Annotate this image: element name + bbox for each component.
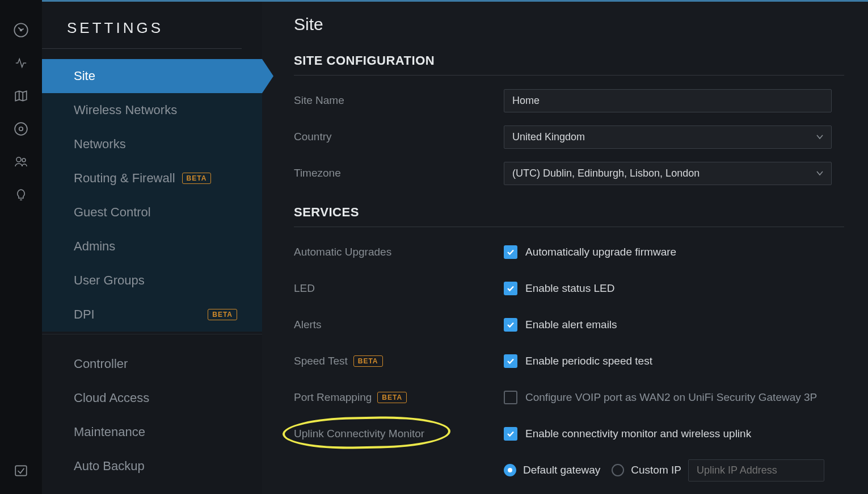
- sidebar-item-label: Cloud Access: [74, 391, 149, 405]
- sidebar-item-label: Networks: [74, 137, 126, 152]
- auto-upgrades-label: Automatically upgrade firmware: [525, 246, 676, 258]
- page-title: Site: [294, 15, 844, 34]
- sidebar-item-label: Wireless Networks: [74, 103, 177, 118]
- sidebar-item-wireless-networks[interactable]: Wireless Networks: [42, 93, 262, 127]
- sidebar-item-label: Admins: [74, 239, 115, 254]
- sidebar-item-cloud-access[interactable]: Cloud Access: [42, 381, 262, 415]
- sidebar-item-label: Maintenance: [74, 425, 145, 439]
- events-icon[interactable]: [12, 462, 30, 479]
- label-speed-test: Speed Test BETA: [294, 355, 504, 367]
- default-gateway-label: Default gateway: [523, 464, 600, 476]
- section-services: SERVICES Automatic Upgrades Automaticall…: [294, 205, 844, 483]
- sidebar-item-networks[interactable]: Networks: [42, 127, 262, 161]
- insights-icon[interactable]: [12, 186, 30, 203]
- settings-sidebar: SETTINGS SiteWireless NetworksNetworksRo…: [42, 0, 262, 494]
- beta-badge: BETA: [208, 309, 237, 320]
- custom-ip-radio[interactable]: [612, 464, 624, 476]
- sidebar-title: SETTINGS: [42, 19, 242, 49]
- label-alerts: Alerts: [294, 319, 504, 331]
- svg-point-7: [15, 123, 27, 135]
- speed-test-checkbox[interactable]: [504, 354, 517, 368]
- alerts-label: Enable alert emails: [525, 319, 617, 331]
- speed-test-label: Enable periodic speed test: [525, 355, 652, 367]
- label-timezone: Timezone: [294, 167, 504, 179]
- sidebar-item-maintenance[interactable]: Maintenance: [42, 415, 262, 449]
- label-country: Country: [294, 131, 504, 143]
- timezone-select[interactable]: (UTC) Dublin, Edinburgh, Lisbon, London: [504, 162, 832, 185]
- svg-marker-4: [15, 91, 27, 101]
- label-auto-upgrades: Automatic Upgrades: [294, 246, 504, 258]
- section-site-configuration: SITE CONFIGURATION Site Name Country Uni…: [294, 53, 844, 186]
- led-label: Enable status LED: [525, 282, 614, 295]
- port-remapping-checkbox[interactable]: [504, 391, 517, 404]
- svg-rect-11: [15, 466, 27, 475]
- custom-ip-label: Custom IP: [631, 464, 681, 476]
- sidebar-item-label: Routing & Firewall: [74, 171, 175, 186]
- beta-badge: BETA: [353, 355, 383, 367]
- sidebar-item-label: Controller: [74, 357, 128, 371]
- label-uplink-monitor: Uplink Connectivity Monitor: [294, 428, 504, 440]
- country-select[interactable]: United Kingdom: [504, 125, 832, 149]
- sidebar-item-auto-backup[interactable]: Auto Backup: [42, 449, 262, 483]
- clients-icon[interactable]: [12, 153, 30, 170]
- sidebar-item-label: Site: [74, 69, 95, 83]
- sidebar-item-label: Auto Backup: [74, 459, 145, 474]
- sidebar-item-guest-control[interactable]: Guest Control: [42, 195, 262, 229]
- sidebar-item-label: DPI: [74, 307, 95, 322]
- svg-point-10: [22, 158, 26, 162]
- port-remapping-label: Configure VOIP port as WAN2 on UniFi Sec…: [525, 391, 817, 404]
- label-port-remapping: Port Remapping BETA: [294, 391, 504, 404]
- auto-upgrades-checkbox[interactable]: [504, 245, 517, 259]
- nav-rail: [0, 0, 42, 494]
- default-gateway-radio[interactable]: [504, 464, 516, 476]
- label-site-name: Site Name: [294, 94, 504, 107]
- label-led: LED: [294, 282, 504, 295]
- devices-icon[interactable]: [12, 120, 30, 137]
- sidebar-item-user-groups[interactable]: User Groups: [42, 263, 262, 298]
- svg-point-3: [20, 30, 22, 31]
- dashboard-icon[interactable]: [12, 22, 30, 39]
- alerts-checkbox[interactable]: [504, 318, 517, 332]
- sidebar-item-admins[interactable]: Admins: [42, 229, 262, 263]
- uplink-monitor-checkbox[interactable]: [504, 427, 517, 441]
- section-title-config: SITE CONFIGURATION: [294, 53, 844, 76]
- map-icon[interactable]: [12, 87, 30, 104]
- activity-icon[interactable]: [12, 55, 30, 72]
- beta-badge: BETA: [377, 392, 407, 403]
- led-checkbox[interactable]: [504, 282, 517, 295]
- svg-point-8: [19, 127, 23, 131]
- svg-point-9: [16, 157, 21, 162]
- sidebar-item-routing-firewall[interactable]: Routing & FirewallBETA: [42, 161, 262, 195]
- beta-badge: BETA: [182, 173, 212, 184]
- sidebar-item-label: Guest Control: [74, 205, 151, 220]
- sidebar-item-label: User Groups: [74, 273, 145, 288]
- uplink-monitor-label: Enable connectivity monitor and wireless…: [525, 428, 751, 440]
- main-content: Site SITE CONFIGURATION Site Name Countr…: [262, 0, 868, 494]
- uplink-ip-input[interactable]: [688, 459, 824, 482]
- section-title-services: SERVICES: [294, 205, 844, 227]
- sidebar-item-dpi[interactable]: DPIBETA: [42, 298, 262, 332]
- sidebar-item-controller[interactable]: Controller: [42, 347, 262, 381]
- site-name-input[interactable]: [504, 89, 832, 112]
- sidebar-item-site[interactable]: Site: [42, 59, 262, 93]
